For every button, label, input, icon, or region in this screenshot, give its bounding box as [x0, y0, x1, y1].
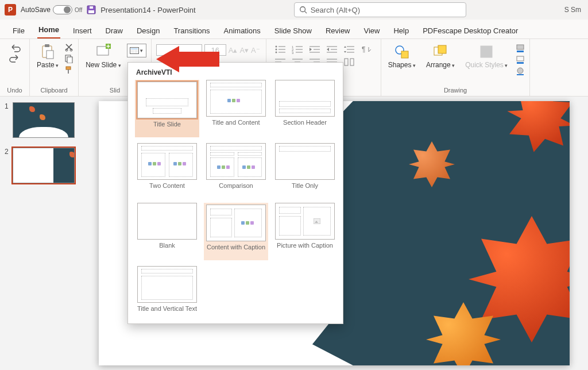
search-icon: [299, 6, 307, 14]
layout-option-section-header[interactable]: Section Header: [273, 80, 337, 137]
svg-text:3: 3: [292, 51, 294, 54]
menu-draw[interactable]: Draw: [105, 23, 124, 38]
document-title: Presentation14 - PowerPoint: [100, 6, 195, 14]
shape-fill-icon[interactable]: [516, 44, 525, 53]
autosave-toggle[interactable]: AutoSave Off: [21, 5, 82, 14]
svg-rect-56: [345, 59, 348, 65]
quick-styles-icon: [478, 44, 494, 60]
svg-rect-68: [517, 74, 524, 75]
svg-line-4: [304, 11, 307, 14]
layout-option-blank[interactable]: Blank: [135, 203, 199, 260]
line-spacing-icon[interactable]: [343, 45, 355, 54]
menu-design[interactable]: Design: [136, 23, 161, 38]
menu-file[interactable]: File: [11, 23, 26, 38]
layout-option-title-content[interactable]: Title and Content: [204, 80, 268, 137]
slide-thumbnail-panel: 1 2: [0, 97, 80, 370]
slide-layout-button[interactable]: ▾: [127, 44, 146, 57]
shapes-icon: [394, 44, 410, 60]
format-painter-icon[interactable]: [64, 65, 74, 75]
svg-rect-63: [517, 45, 524, 49]
svg-rect-57: [350, 59, 354, 65]
menu-transitions[interactable]: Transitions: [172, 23, 211, 38]
drawing-group-label: Drawing: [444, 87, 467, 95]
arrange-icon: [432, 44, 448, 60]
clipboard-group-label: Clipboard: [41, 87, 68, 95]
svg-point-26: [276, 52, 277, 53]
menu-home[interactable]: Home: [37, 22, 60, 38]
svg-rect-20: [131, 50, 134, 53]
svg-rect-61: [438, 45, 446, 53]
menu-slideshow[interactable]: Slide Show: [273, 23, 313, 38]
menu-insert[interactable]: Insert: [72, 23, 93, 38]
cut-icon[interactable]: [64, 43, 74, 52]
columns-icon[interactable]: [343, 57, 355, 67]
decrease-indent-icon[interactable]: [309, 45, 320, 54]
save-icon[interactable]: [87, 5, 96, 14]
paste-icon: [40, 44, 56, 60]
svg-rect-12: [66, 67, 71, 70]
layout-option-comparison[interactable]: Comparison: [204, 143, 268, 197]
svg-rect-64: [517, 51, 524, 52]
chevron-down-icon: ▾: [140, 48, 143, 53]
layout-icon: [130, 47, 139, 54]
shape-effects-icon[interactable]: [516, 67, 525, 76]
svg-rect-59: [401, 51, 408, 58]
layout-option-title-vertical-text[interactable]: Title and Vertical Text: [135, 266, 199, 320]
increase-font-icon[interactable]: A▴: [229, 46, 238, 55]
svg-rect-69: [314, 218, 320, 224]
svg-rect-7: [47, 51, 53, 59]
menu-view[interactable]: View: [363, 23, 381, 38]
search-input[interactable]: Search (Alt+Q): [294, 2, 466, 17]
increase-indent-icon[interactable]: [326, 45, 338, 54]
menu-help[interactable]: Help: [392, 23, 410, 38]
slide-thumbnail[interactable]: 2: [5, 148, 76, 185]
redo-icon[interactable]: [9, 54, 21, 63]
svg-rect-13: [68, 70, 69, 74]
undo-group-label: Undo: [7, 87, 22, 95]
arrange-button[interactable]: Arrange: [424, 43, 457, 70]
svg-point-22: [276, 46, 277, 48]
layout-option-two-content[interactable]: Two Content: [135, 143, 199, 197]
shapes-button[interactable]: Shapes: [386, 43, 418, 70]
text-direction-icon[interactable]: ¶: [361, 45, 372, 54]
layout-option-title-slide[interactable]: Title Slide: [135, 80, 199, 137]
annotation-arrow-icon: [156, 46, 219, 74]
svg-rect-6: [45, 44, 49, 47]
svg-rect-1: [88, 10, 94, 13]
svg-rect-19: [131, 48, 138, 49]
undo-icon[interactable]: [9, 44, 21, 53]
svg-rect-2: [90, 6, 93, 9]
picture-icon: [314, 218, 320, 224]
svg-point-24: [276, 49, 277, 51]
quick-styles-button[interactable]: Quick Styles: [463, 43, 510, 70]
svg-text:¶: ¶: [362, 45, 365, 53]
shape-outline-icon[interactable]: [516, 55, 525, 64]
numbering-icon[interactable]: 123: [292, 45, 303, 54]
autosave-switch[interactable]: [53, 5, 72, 14]
decrease-font-icon[interactable]: A▾: [239, 46, 249, 55]
svg-rect-65: [517, 56, 524, 61]
menu-pdfescape[interactable]: PDFescape Desktop Creator: [421, 23, 519, 38]
user-name: S Sm: [564, 6, 583, 14]
menu-review[interactable]: Review: [324, 23, 351, 38]
clear-format-icon[interactable]: A⁻: [251, 46, 260, 55]
copy-icon[interactable]: [64, 54, 74, 63]
menu-animations[interactable]: Animations: [223, 23, 262, 38]
bullets-icon[interactable]: [274, 45, 286, 54]
svg-rect-11: [67, 57, 72, 63]
slides-group-label: Slid: [110, 87, 120, 95]
slide-thumbnail[interactable]: 1: [5, 102, 76, 140]
layout-option-picture-caption[interactable]: Picture with Caption: [273, 203, 337, 260]
svg-point-67: [517, 68, 523, 74]
layout-option-content-caption[interactable]: Content with Caption: [204, 203, 268, 260]
paste-button[interactable]: Paste: [34, 43, 61, 70]
new-slide-icon: [95, 44, 111, 60]
layout-option-title-only[interactable]: Title Only: [273, 143, 337, 197]
svg-rect-21: [135, 50, 138, 53]
svg-rect-66: [517, 62, 524, 64]
autosave-label: AutoSave: [21, 6, 51, 14]
autosave-state: Off: [75, 7, 82, 13]
search-placeholder: Search (Alt+Q): [311, 6, 360, 14]
svg-point-3: [300, 7, 305, 12]
new-slide-button[interactable]: New Slide: [83, 43, 123, 70]
